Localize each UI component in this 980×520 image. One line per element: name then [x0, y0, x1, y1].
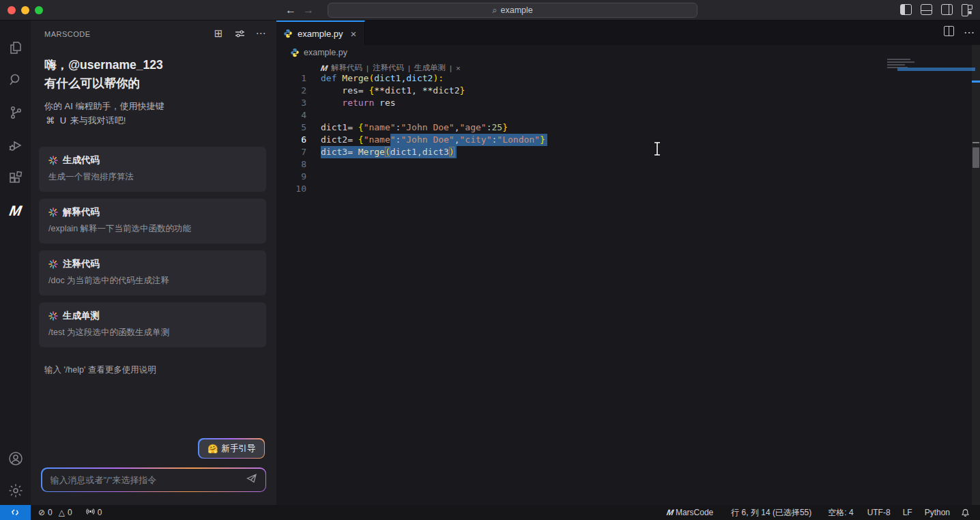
codelens-actions: M解释代码|注释代码|生成单测|× — [321, 63, 461, 73]
source-control-icon[interactable] — [0, 99, 31, 126]
code-line-3[interactable]: 3 return res — [276, 97, 966, 109]
prompt-card-3[interactable]: 注释代码/doc 为当前选中的代码生成注释 — [39, 250, 266, 295]
prompt-card-2[interactable]: 解释代码/explain 解释一下当前选中函数的功能 — [39, 199, 266, 244]
toggle-panel-icon[interactable] — [921, 4, 932, 15]
greeting-line1: 嗨，@username_123 — [44, 56, 163, 74]
warnings-count: 0 — [68, 508, 72, 517]
problems-indicator[interactable]: ⊘ 0 △ 0 — [33, 505, 77, 520]
cursor-position-label: 行 6, 列 14 (已选择55) — [731, 507, 811, 519]
editor-scrollbar[interactable] — [972, 45, 980, 505]
scrollbar-thumb[interactable] — [972, 147, 979, 168]
python-file-icon — [290, 48, 300, 57]
code-line-4[interactable]: 4 — [276, 109, 966, 121]
command-center-search[interactable]: ⌕ example — [328, 3, 697, 18]
onboarding-guide-button[interactable]: 🤗 新手引导 — [198, 438, 265, 459]
codelens-action[interactable]: 生成单测 — [414, 63, 446, 73]
u-key: U — [59, 113, 68, 128]
line-number: 7 — [276, 146, 306, 158]
code-editor[interactable]: 1def Merge(dict1,dict2):2 res= {**dict1,… — [276, 72, 966, 195]
card-desc: /doc 为当前选中的代码生成注释 — [48, 275, 257, 287]
hug-emoji-icon: 🤗 — [207, 444, 218, 454]
account-icon[interactable] — [0, 445, 31, 472]
code-line-5[interactable]: 5dict1= {"name":"John Doe","age":25} — [276, 121, 966, 134]
python-file-icon — [283, 29, 293, 38]
toggle-secondary-sidebar-icon[interactable] — [941, 4, 953, 15]
code-line-9[interactable]: 9 — [276, 171, 966, 183]
language-mode-item[interactable]: Python — [920, 505, 955, 520]
cursor-position-item[interactable]: 行 6, 列 14 (已选择55) — [726, 505, 816, 520]
eol-item[interactable]: LF — [898, 505, 917, 520]
cmd-key: ⌘ — [44, 113, 56, 128]
more-actions-icon[interactable]: ⋯ — [255, 27, 267, 40]
marscode-logo-icon: M — [666, 508, 674, 517]
prompt-card-list: 生成代码生成一个冒泡排序算法解释代码/explain 解释一下当前选中函数的功能… — [39, 147, 266, 354]
codelens-close-icon[interactable]: × — [456, 64, 461, 72]
editor-more-actions-icon[interactable]: ⋯ — [964, 26, 975, 39]
code-line-8[interactable]: 8 — [276, 158, 966, 171]
intro-line2: 来与我对话吧! — [70, 115, 126, 126]
send-icon[interactable] — [246, 474, 257, 486]
window-minimize-button[interactable] — [21, 6, 29, 14]
tab-label: example.py — [298, 29, 343, 39]
ibeam-mouse-cursor — [652, 141, 662, 159]
breadcrumb[interactable]: example.py — [290, 48, 347, 57]
extensions-icon[interactable] — [0, 164, 31, 192]
new-chat-icon[interactable]: ⊞ — [212, 27, 225, 40]
run-debug-icon[interactable] — [0, 132, 31, 159]
language-label: Python — [925, 508, 950, 517]
customize-layout-icon[interactable] — [962, 4, 973, 15]
line-number: 3 — [276, 97, 306, 109]
chat-input-container — [41, 467, 266, 492]
editor-group: example.py × ⋯ example.py M解释代码|注释代码|生成单… — [276, 20, 980, 505]
settings-gear-icon[interactable] — [0, 477, 31, 504]
marscode-view-icon[interactable]: M — [0, 197, 31, 225]
search-icon: ⌕ — [492, 5, 497, 16]
forward-arrow-icon[interactable]: → — [301, 3, 316, 18]
minimap-selection-highlight — [897, 68, 975, 71]
indentation-item[interactable]: 空格: 4 — [823, 505, 858, 520]
split-editor-icon[interactable] — [944, 26, 954, 36]
search-view-icon[interactable] — [0, 66, 31, 93]
code-line-6[interactable]: 6dict2= {"name":"John Doe","city":"Londo… — [276, 134, 966, 146]
title-bar: ← → ⌕ example — [0, 0, 980, 20]
explorer-icon[interactable] — [0, 34, 31, 61]
tab-example-py[interactable]: example.py × — [276, 20, 365, 45]
scrollbar-mark — [972, 142, 979, 143]
codelens-action[interactable]: 解释代码 — [331, 63, 362, 73]
code-line-1[interactable]: 1def Merge(dict1,dict2): — [276, 72, 966, 85]
codelens-action[interactable]: 注释代码 — [373, 63, 404, 73]
code-line-10[interactable]: 10 — [276, 183, 966, 195]
chat-input[interactable] — [51, 475, 241, 485]
sidebar-title: MARSCODE — [44, 30, 91, 38]
notifications-bell-icon[interactable] — [956, 505, 975, 520]
card-desc: /test 为这段选中的函数生成单测 — [48, 327, 257, 338]
ports-count: 0 — [98, 508, 102, 517]
tab-bar: example.py × ⋯ — [276, 20, 980, 45]
indentation-label: 空格: 4 — [828, 507, 853, 519]
line-number: 5 — [276, 121, 306, 134]
tune-filter-icon[interactable] — [233, 27, 246, 40]
intro-text: 你的 AI 编程助手，使用快捷键 ⌘ U 来与我对话吧! — [44, 99, 164, 128]
window-close-button[interactable] — [8, 6, 16, 14]
warnings-icon: △ — [59, 508, 65, 517]
code-line-7[interactable]: 7dict3= Merge(dict1,dict3) — [276, 146, 966, 158]
encoding-item[interactable]: UTF-8 — [863, 505, 895, 520]
code-line-2[interactable]: 2 res= {**dict1, **dict2} — [276, 85, 966, 97]
toggle-primary-sidebar-icon[interactable] — [900, 4, 912, 15]
marscode-status-item[interactable]: M MarsCode — [662, 505, 718, 520]
ports-indicator[interactable]: 0 — [81, 505, 107, 520]
card-title: 注释代码 — [48, 258, 257, 270]
encoding-label: UTF-8 — [867, 508, 891, 517]
prompt-card-4[interactable]: 生成单测/test 为这段选中的函数生成单测 — [39, 302, 266, 347]
errors-count: 0 — [48, 508, 53, 517]
line-number: 8 — [276, 158, 306, 171]
back-arrow-icon[interactable]: ← — [283, 3, 298, 18]
tab-close-icon[interactable]: × — [350, 28, 356, 40]
help-hint: 输入 '/help' 查看更多使用说明 — [44, 364, 156, 376]
window-maximize-button[interactable] — [35, 6, 43, 14]
remote-indicator-button[interactable] — [0, 505, 31, 520]
eol-label: LF — [903, 508, 912, 517]
line-number: 9 — [276, 171, 306, 183]
prompt-card-1[interactable]: 生成代码生成一个冒泡排序算法 — [39, 147, 266, 192]
search-value: example — [501, 5, 533, 15]
